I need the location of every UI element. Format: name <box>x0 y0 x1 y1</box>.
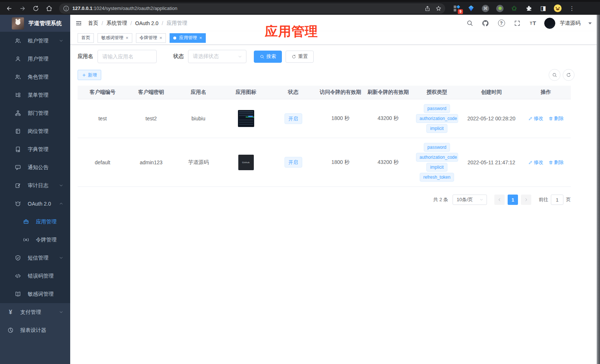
star-bookmark-icon[interactable] <box>436 6 442 11</box>
sidebar-item-role[interactable]: 角色管理 <box>0 68 70 86</box>
yen-icon: ¥ <box>7 309 14 315</box>
record-glyph <box>496 5 504 12</box>
sidebar-item-payment[interactable]: ¥ 支付管理 <box>0 303 70 321</box>
trash-icon <box>549 160 553 165</box>
sidebar-item-dept[interactable]: 部门管理 <box>0 104 70 122</box>
sidebar-item-audit-log[interactable]: 审计日志 <box>0 176 70 195</box>
info-icon[interactable] <box>63 5 69 12</box>
prev-page-button[interactable] <box>494 195 505 205</box>
record-extension-icon[interactable] <box>496 4 504 13</box>
sidebar-item-errorcode[interactable]: 错误码管理 <box>0 267 70 285</box>
system-submenu-region: 租户管理 用户管理 角色管理 菜单管理 部门管理 岗位管理 <box>0 32 70 303</box>
col-app-icon: 应用图标 <box>222 89 270 96</box>
search-button[interactable]: 搜索 <box>254 51 282 63</box>
tab-label: 敏感词管理 <box>101 35 123 41</box>
sidebar-item-menu[interactable]: 菜单管理 <box>0 86 70 104</box>
sidebar-item-post[interactable]: 岗位管理 <box>0 122 70 140</box>
sidebar-item-label: 租户管理 <box>28 38 48 44</box>
total-count: 共 2 条 <box>433 196 448 203</box>
puzzle-extensions-icon[interactable] <box>525 4 533 13</box>
sidebar-item-sms[interactable]: 短信管理 <box>0 249 70 267</box>
delete-link[interactable]: 删除 <box>549 159 564 166</box>
sidebar-item-application[interactable]: 应用管理 <box>0 213 70 231</box>
grant-type-tag: authorization_code <box>416 114 458 123</box>
status-select[interactable]: 请选择状态 <box>188 50 246 63</box>
url-bar[interactable]: 127.0.0.1:1024/system/oauth2/oauth2/appl… <box>59 3 445 14</box>
plus-icon <box>82 73 86 77</box>
next-page-button[interactable] <box>521 195 531 205</box>
github-icon[interactable] <box>481 18 490 28</box>
breadcrumb-system[interactable]: 系统管理 <box>106 20 127 27</box>
close-icon[interactable]: × <box>199 35 202 40</box>
app-logo[interactable]: 芋道管理系统 <box>0 15 70 32</box>
toggle-search-button[interactable] <box>549 69 560 81</box>
breadcrumb-oauth2[interactable]: OAuth 2.0 <box>135 20 158 26</box>
col-app-name: 应用名 <box>175 89 222 96</box>
sidebar-item-label: 角色管理 <box>28 74 48 80</box>
username[interactable]: 芋道源码 <box>560 20 580 27</box>
breadcrumb-home[interactable]: 首页 <box>88 20 98 27</box>
grant-type-tags: password authorization_code implicit <box>412 99 462 138</box>
close-icon[interactable]: × <box>160 35 163 40</box>
split-view-icon[interactable]: ◨ <box>539 4 547 13</box>
green-star-extension-icon[interactable]: ✩ <box>510 4 518 13</box>
collapse-sidebar-icon[interactable] <box>75 20 82 27</box>
search-icon[interactable] <box>465 18 474 28</box>
goto-page-input[interactable] <box>551 195 563 205</box>
sidebar-item-label: 令牌管理 <box>36 237 57 243</box>
edit-link[interactable]: 修改 <box>528 115 543 122</box>
sidebar-item-oauth2[interactable]: OAuth 2.0 <box>0 195 70 213</box>
page-number-current[interactable]: 1 <box>508 195 518 205</box>
font-size-icon[interactable]: TT <box>528 18 538 28</box>
sidebar-item-tenant[interactable]: 租户管理 <box>0 32 70 50</box>
add-button[interactable]: 新增 <box>78 70 101 80</box>
caret-down-icon[interactable] <box>587 20 593 27</box>
chevron-down-icon <box>59 255 64 260</box>
sidebar-item-sensitive-word[interactable]: 敏感词管理 <box>0 285 70 303</box>
avatar[interactable] <box>544 18 555 29</box>
gem-extension-icon[interactable] <box>467 4 475 13</box>
status-badge: 开启 <box>284 113 302 124</box>
sidebar-item-token[interactable]: 令牌管理 <box>0 231 70 249</box>
close-icon[interactable]: × <box>126 35 129 40</box>
back-icon[interactable] <box>4 3 15 14</box>
breadcrumb: 首页 / 系统管理 / OAuth 2.0 / 应用管理 <box>88 20 187 27</box>
page-size-select[interactable]: 10条/页 <box>453 195 487 205</box>
app-name-input[interactable] <box>98 50 157 63</box>
sidebar-item-dict[interactable]: 字典管理 <box>0 140 70 158</box>
tab-application[interactable]: 应用管理 × <box>170 33 206 43</box>
share-icon[interactable] <box>425 6 430 11</box>
sidebar-item-label: 通知公告 <box>28 164 48 171</box>
url-text[interactable]: 127.0.0.1:1024/system/oauth2/oauth2/appl… <box>72 6 422 11</box>
edit-link[interactable]: 修改 <box>528 159 543 166</box>
page-content: 应用名 状态 请选择状态 搜索 重置 <box>70 45 600 364</box>
reset-button[interactable]: 重置 <box>286 51 314 63</box>
audit-log-icon <box>15 182 21 189</box>
tab-home[interactable]: 首页 <box>78 33 94 43</box>
extension-badge: 9 <box>458 9 463 14</box>
trash-icon <box>549 116 553 121</box>
tab-sensitive-word[interactable]: 敏感词管理 × <box>98 33 132 43</box>
help-icon[interactable]: ? <box>497 18 506 28</box>
forward-icon[interactable] <box>17 3 28 14</box>
kebab-menu-icon[interactable]: ⋮ <box>568 4 576 13</box>
code-icon <box>15 273 21 279</box>
window-scrollbar[interactable] <box>597 15 600 364</box>
delete-link[interactable]: 删除 <box>549 115 564 122</box>
sidebar-item-label: 应用管理 <box>36 219 57 225</box>
command-extension-icon[interactable]: ⌘ <box>481 4 490 13</box>
sidebar-item-label: 短信管理 <box>28 255 48 261</box>
sidebar-item-report-designer[interactable]: 报表设计器 <box>0 321 70 339</box>
profile-avatar-icon[interactable] <box>553 4 562 13</box>
sidebar-item-user[interactable]: 用户管理 <box>0 50 70 68</box>
home-icon[interactable] <box>44 3 55 14</box>
reload-icon[interactable] <box>30 3 41 14</box>
refresh-table-button[interactable] <box>563 69 575 81</box>
fullscreen-icon[interactable] <box>512 18 522 28</box>
tab-token[interactable]: 令牌管理 × <box>136 33 166 43</box>
blocks-extension-icon[interactable]: 9 <box>453 4 461 13</box>
sidebar-item-notice[interactable]: 通知公告 <box>0 158 70 176</box>
book-open-icon <box>15 291 21 297</box>
token-icon <box>23 237 29 243</box>
col-created: 创建时间 <box>462 89 521 96</box>
